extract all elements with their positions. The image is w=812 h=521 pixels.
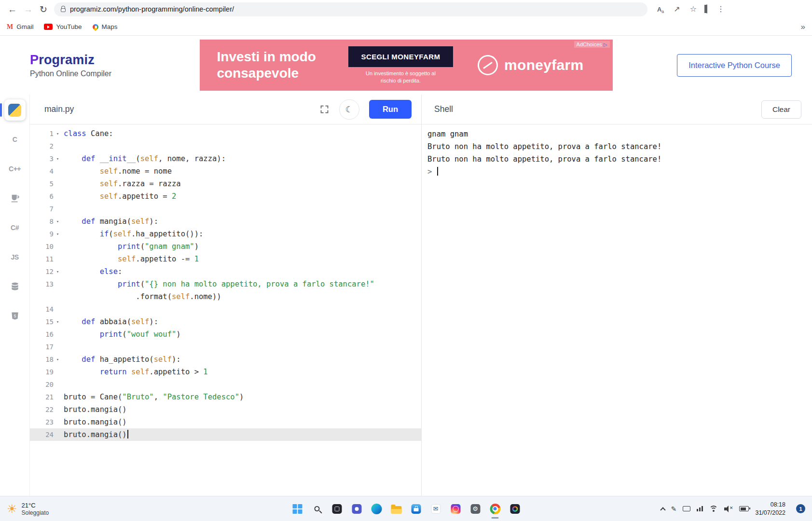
browser-menu-icon[interactable]: ⋮ — [717, 5, 725, 13]
side-panel-icon[interactable] — [706, 5, 707, 13]
monitor-icon[interactable] — [683, 506, 690, 511]
fold-arrow-icon[interactable]: ▾ — [54, 353, 62, 366]
code-line[interactable]: 19 return self.appetito > 1 — [30, 366, 421, 378]
taskbar-app-instagram[interactable] — [448, 498, 463, 520]
chevron-up-icon[interactable] — [660, 507, 665, 512]
code-line[interactable]: 7 — [30, 203, 421, 215]
clear-button[interactable]: Clear — [761, 100, 801, 119]
sidebar-item-sql[interactable] — [4, 276, 26, 297]
sidebar-item-java[interactable] — [4, 188, 26, 209]
fold-arrow-icon[interactable]: ▾ — [54, 265, 62, 278]
ad-disclaimer-line1: Un investimento è soggetto al — [366, 70, 436, 77]
url-text[interactable]: programiz.com/python-programming/online-… — [70, 5, 234, 13]
bookmark-star-icon[interactable]: ☆ — [690, 5, 697, 13]
fold-arrow-icon[interactable]: ▾ — [54, 152, 62, 165]
volume-muted-icon[interactable]: ✕ — [724, 506, 733, 512]
wifi-icon[interactable] — [709, 506, 718, 512]
gmail-favicon: M — [7, 23, 13, 31]
taskbar-clock[interactable]: 08:18 31/07/2022 — [755, 501, 785, 517]
code-line[interactable]: 24bruto.mangia() — [30, 428, 421, 441]
interactive-course-button[interactable]: Interactive Python Course — [677, 54, 792, 77]
code-line[interactable]: .format(self.nome)) — [30, 290, 421, 303]
ad-cta-button[interactable]: SCEGLI MONEYFARM — [348, 46, 454, 67]
sidebar-item-csharp[interactable]: C# — [4, 217, 26, 238]
code-line[interactable]: 13 print("{} non ha molto appetito, prov… — [30, 278, 421, 290]
tray-icons: ✎✕ — [661, 506, 749, 512]
taskbar-app-chat[interactable] — [349, 498, 364, 520]
code-line[interactable]: 6 self.appetito = 2 — [30, 190, 421, 203]
notification-badge[interactable]: 1 — [796, 504, 805, 513]
code-line[interactable]: 1▾class Cane: — [30, 127, 421, 140]
code-line[interactable]: 15▾ def abbaia(self): — [30, 315, 421, 328]
java-coffee-icon — [10, 193, 20, 204]
dark-mode-moon-icon[interactable]: ☾ — [339, 99, 359, 120]
taskbar-app-chrome[interactable] — [487, 498, 503, 520]
taskbar-app-task-view[interactable] — [329, 498, 344, 520]
line-number: 12 — [45, 265, 54, 278]
sidebar-item-python[interactable] — [4, 99, 26, 121]
adchoices-label[interactable]: AdChoices▷ — [574, 41, 610, 48]
taskbar-app-edge[interactable] — [369, 498, 384, 520]
battery-icon[interactable] — [739, 506, 749, 511]
taskbar-app-file-explorer[interactable] — [388, 498, 404, 520]
taskbar-app-store[interactable] — [408, 498, 424, 520]
forward-icon[interactable]: → — [24, 5, 33, 14]
sidebar-item-cpp[interactable]: C++ — [4, 158, 26, 179]
code-text: self.appetito -= 1 — [62, 253, 199, 265]
pen-icon[interactable]: ✎ — [671, 506, 677, 512]
address-bar[interactable]: programiz.com/python-programming/online-… — [54, 2, 647, 16]
bookmark-gmail[interactable]: MGmail — [7, 23, 33, 31]
file-explorer-icon — [391, 506, 401, 514]
fold-arrow-icon[interactable]: ▾ — [54, 127, 62, 140]
bookmark-youtube[interactable]: YouTube — [44, 23, 82, 31]
signal-bars-icon[interactable] — [697, 506, 703, 511]
ad-banner[interactable]: AdChoices▷ Investi in modo consapevole S… — [200, 40, 613, 91]
code-line[interactable]: 3▾ def __init__(self, nome, razza): — [30, 152, 421, 165]
code-line[interactable]: 2 — [30, 140, 421, 152]
shell-body[interactable]: gnam gnamBruto non ha molto appetito, pr… — [422, 124, 812, 496]
code-line[interactable]: 9▾ if(self.ha_appetito()): — [30, 228, 421, 240]
fold-arrow-icon[interactable]: ▾ — [54, 215, 62, 228]
python-icon — [8, 104, 21, 117]
taskbar-app-mail[interactable]: ✉ — [428, 498, 443, 520]
line-number: 18 — [45, 353, 54, 366]
fullscreen-icon[interactable] — [319, 104, 330, 114]
bookmark-maps[interactable]: Maps — [93, 23, 118, 31]
programiz-logo[interactable]: Programiz — [30, 53, 111, 68]
taskbar-app-search[interactable] — [309, 498, 325, 520]
bookmarks-overflow-icon[interactable]: » — [801, 22, 805, 32]
fold-arrow-icon[interactable]: ▾ — [54, 228, 62, 240]
share-icon[interactable]: ↗ — [674, 5, 680, 13]
code-line[interactable]: 16 print("wouf wouf") — [30, 328, 421, 341]
weather-widget[interactable]: ☀ 21°C Soleggiato — [7, 502, 49, 516]
code-line[interactable]: 10 print("gnam gnam") — [30, 240, 421, 253]
code-line[interactable]: 20 — [30, 378, 421, 391]
site-info-lock-icon[interactable] — [61, 8, 66, 12]
fold-arrow-icon[interactable]: ▾ — [54, 315, 62, 328]
code-line[interactable]: 23bruto.mangia() — [30, 416, 421, 428]
code-line[interactable]: 14 — [30, 303, 421, 315]
code-line[interactable]: 18▾ def ha_appetito(self): — [30, 353, 421, 366]
shell-prompt-row[interactable]: > — [427, 165, 806, 178]
sidebar-item-javascript[interactable]: JS — [4, 247, 26, 268]
sidebar-item-c[interactable]: C — [4, 129, 26, 150]
back-icon[interactable]: ← — [8, 5, 17, 14]
taskbar-app-settings[interactable]: ⚙ — [468, 498, 483, 520]
translate-icon[interactable]: Aa — [657, 5, 664, 13]
code-line[interactable]: 21bruto = Cane("Bruto", "Pastore Tedesco… — [30, 391, 421, 403]
run-button[interactable]: Run — [369, 100, 412, 119]
code-lines[interactable]: 1▾class Cane:23▾ def __init__(self, nome… — [30, 124, 421, 496]
code-line[interactable]: 12▾ else: — [30, 265, 421, 278]
code-line[interactable]: 4 self.nome = nome — [30, 165, 421, 178]
code-line[interactable]: 8▾ def mangia(self): — [30, 215, 421, 228]
sidebar-item-html[interactable]: 5 — [4, 305, 26, 327]
reload-icon[interactable]: ↻ — [40, 5, 47, 14]
code-line[interactable]: 11 self.appetito -= 1 — [30, 253, 421, 265]
taskbar-app-photos[interactable] — [507, 498, 523, 520]
code-text: print("{} non ha molto appetito, prova a… — [62, 278, 374, 290]
code-line[interactable]: 5 self.razza = razza — [30, 178, 421, 190]
tab-main-py[interactable]: main.py — [44, 104, 74, 114]
taskbar-app-start[interactable] — [289, 498, 305, 520]
code-line[interactable]: 17 — [30, 341, 421, 353]
code-line[interactable]: 22bruto.mangia() — [30, 403, 421, 416]
